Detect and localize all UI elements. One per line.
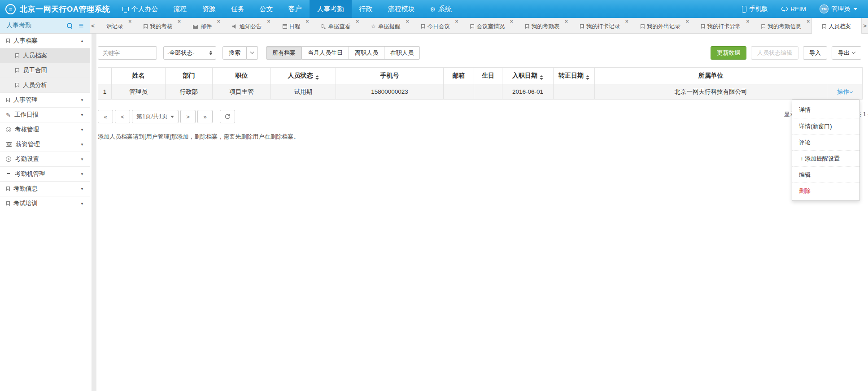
tabs-scroll-left-icon[interactable]: < xyxy=(90,18,96,33)
tabs-scroll-right-icon[interactable]: > xyxy=(862,18,868,33)
logo-icon[interactable]: ≡ xyxy=(5,4,16,14)
tab[interactable]: 单据查看 × xyxy=(310,18,361,33)
keyword-input[interactable] xyxy=(98,46,157,60)
user-menu[interactable]: TM 管理员 xyxy=(820,4,857,13)
tab-close-icon[interactable]: × xyxy=(746,18,749,25)
sidebar-item[interactable]: 考试培训 ▼ xyxy=(0,196,90,211)
search-button[interactable]: 搜索 xyxy=(222,46,247,60)
sidebar-item[interactable]: 考勤机管理 ▼ xyxy=(0,167,90,182)
reim-link[interactable]: REIM xyxy=(781,5,806,13)
filter-resigned-button[interactable]: 离职人员 xyxy=(349,46,384,60)
tab[interactable]: 通知公告 × xyxy=(222,18,272,33)
action-menu-item[interactable]: 详情(新窗口) xyxy=(792,118,859,134)
tab-close-icon[interactable]: × xyxy=(305,18,309,25)
tab[interactable]: 人员档案 xyxy=(811,18,862,34)
update-data-button[interactable]: 更新数据 xyxy=(711,46,746,60)
tab-close-icon[interactable]: × xyxy=(406,18,409,25)
tab-close-icon[interactable]: × xyxy=(455,18,458,25)
tab-close-icon[interactable]: × xyxy=(625,18,628,25)
sidebar-item[interactable]: 工作日报 ▼ xyxy=(0,108,90,122)
col-hire-date[interactable]: 入职日期 xyxy=(502,68,554,84)
sidebar-item[interactable]: 人员档案 xyxy=(0,48,90,63)
tab-close-icon[interactable]: × xyxy=(686,18,689,25)
tab[interactable]: 日程 × xyxy=(272,18,311,33)
tab[interactable]: 我的考核 × xyxy=(133,18,183,33)
menu-item-label: 系统 xyxy=(438,5,452,13)
filter-month-birthday-button[interactable]: 当月人员生日 xyxy=(302,46,349,60)
tab[interactable]: 我的打卡记录 × xyxy=(570,18,630,33)
main-menu-item[interactable]: 客户 xyxy=(281,0,310,18)
pagination: « < 第1页/共1页 > » xyxy=(98,110,861,123)
top-navbar: ≡ 北京一网天行OA管理系统 个人办公 流程 资源 任务 xyxy=(0,0,868,18)
status-select[interactable]: -全部状态- xyxy=(163,46,216,60)
search-dropdown-button[interactable] xyxy=(247,46,258,60)
tab-close-icon[interactable]: × xyxy=(807,18,810,25)
main-menu-item[interactable]: 系统 xyxy=(423,0,460,18)
tab-label: 邮件 xyxy=(201,23,212,30)
tab[interactable]: 邮件 × xyxy=(183,18,222,33)
main-menu-item[interactable]: 公文 xyxy=(252,0,281,18)
col-status[interactable]: 人员状态 xyxy=(271,68,336,84)
sidebar-item-label: 工作日报 xyxy=(14,111,39,119)
page-last-button[interactable]: » xyxy=(197,110,213,123)
cell-email xyxy=(444,84,474,100)
import-button[interactable]: 导入 xyxy=(803,46,827,60)
main-menu-item[interactable]: 资源 xyxy=(195,0,223,18)
page-prev-button[interactable]: < xyxy=(115,110,130,123)
tab[interactable]: 我的考勤信息 × xyxy=(751,18,811,33)
mobile-version-link[interactable]: 手机版 xyxy=(742,5,768,13)
sidebar-item[interactable]: 人事档案 ▲ xyxy=(0,34,90,48)
search-icon[interactable] xyxy=(67,23,73,29)
tab-close-icon[interactable]: × xyxy=(128,18,131,25)
row-action-link[interactable]: 操作 xyxy=(837,88,852,95)
action-menu-item[interactable]: ＋添加提醒设置 xyxy=(792,150,859,166)
main-menu-item[interactable]: 任务 xyxy=(223,0,252,18)
sidebar-item[interactable]: 考勤信息 ▼ xyxy=(0,182,90,196)
tab[interactable]: 我的外出记录 × xyxy=(630,18,691,33)
secondary-band: 人事考勤 ≡ < 话记录 × 我的考核 × xyxy=(0,18,868,34)
tab[interactable]: 今日会议 × xyxy=(411,18,460,33)
status-edit-button[interactable]: 人员状态编辑 xyxy=(751,46,798,60)
main-menu-item[interactable]: 个人办公 xyxy=(115,0,166,18)
sidebar-item[interactable]: 员工合同 xyxy=(0,63,90,78)
page-indicator-button[interactable]: 第1页/共1页 xyxy=(132,110,179,123)
sidebar-item[interactable]: 人员分析 xyxy=(0,78,90,93)
action-menu-item[interactable]: 评论 xyxy=(792,134,859,150)
page-first-button[interactable]: « xyxy=(98,110,113,123)
filter-active-staff-button[interactable]: 在职人员 xyxy=(384,46,420,60)
main-menu-item[interactable]: 行政 xyxy=(352,0,380,18)
main-menu-item[interactable]: 流程 xyxy=(166,0,195,18)
content-panel: -全部状态- 搜索 所有档案 当月人员生日 离职人员 在职人员 更新数据 人员状… xyxy=(96,34,868,391)
tab-close-icon[interactable]: × xyxy=(178,18,181,25)
action-menu-item[interactable]: 编辑 xyxy=(792,166,859,182)
filter-all-archives-button[interactable]: 所有档案 xyxy=(266,46,302,60)
tab-close-icon[interactable]: × xyxy=(565,18,568,25)
hamburger-icon[interactable]: ≡ xyxy=(79,22,83,30)
tab-close-icon[interactable]: × xyxy=(356,18,359,25)
action-menu-item[interactable]: 详情 xyxy=(792,102,859,118)
main-menu-item[interactable]: 人事考勤 xyxy=(310,0,352,18)
refresh-button[interactable] xyxy=(220,110,235,123)
sidebar-item[interactable]: 薪资管理 ▼ xyxy=(0,137,90,152)
sidebar-item-icon xyxy=(6,39,10,43)
page-next-button[interactable]: > xyxy=(180,110,196,123)
tab[interactable]: 话记录 × xyxy=(96,18,133,33)
tab[interactable]: 我的考勤表 × xyxy=(515,18,570,33)
tab-icon xyxy=(421,24,425,29)
tab[interactable]: 会议室情况 × xyxy=(460,18,515,33)
action-menu-item[interactable]: 删除 xyxy=(792,182,859,199)
cell-name: 管理员 xyxy=(112,84,166,100)
sidebar-item[interactable]: 考核管理 ▼ xyxy=(0,122,90,137)
splitter-handle[interactable] xyxy=(90,34,96,391)
export-button[interactable]: 导出 xyxy=(832,46,861,60)
tab-close-icon[interactable]: × xyxy=(267,18,270,25)
tab-close-icon[interactable]: × xyxy=(217,18,220,25)
sidebar-item-icon xyxy=(15,83,19,88)
sidebar-item[interactable]: 人事管理 ▼ xyxy=(0,93,90,108)
tab[interactable]: 单据提醒 × xyxy=(361,18,411,33)
sidebar-item[interactable]: 考勤设置 ▼ xyxy=(0,152,90,167)
main-menu-item[interactable]: 流程模块 xyxy=(380,0,423,18)
tab-close-icon[interactable]: × xyxy=(510,18,513,25)
tab[interactable]: 我的打卡异常 × xyxy=(691,18,751,33)
col-regular-date[interactable]: 转正日期 xyxy=(554,68,595,84)
